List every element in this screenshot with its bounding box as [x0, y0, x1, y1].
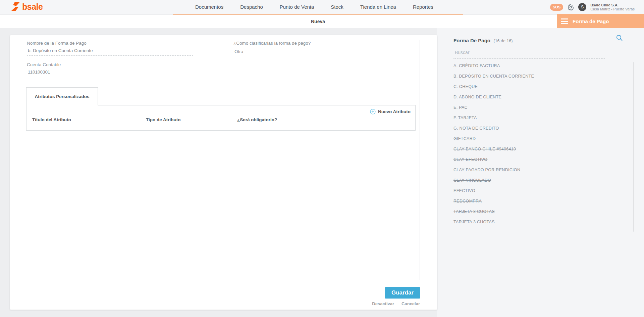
payment-method-item[interactable]: EFECTIVO — [453, 185, 628, 196]
column-header-tipo: Tipo de Atributo — [146, 117, 181, 122]
payment-method-item[interactable]: A. CRÉDITO FACTURA — [453, 60, 628, 71]
user-area: SOS S Bsale Chile S.A. Casa Matriz - Pue… — [550, 0, 635, 14]
payment-form-card: Nombre de la Forma de Pago ¿Como clasifi… — [10, 35, 437, 310]
payment-method-item[interactable]: GIFTCARD — [453, 133, 628, 144]
tab-nueva[interactable]: Nueva — [173, 15, 463, 28]
column-header-titulo: Título del Atributo — [32, 117, 71, 122]
top-nav: DocumentosDespachoPunto de VentaStockTie… — [195, 0, 433, 14]
payment-method-item[interactable]: REDCOMPRA — [453, 196, 628, 206]
tab-atributos-personalizados[interactable]: Atributos Personalizados — [26, 87, 98, 105]
sidebar-scrollbar[interactable] — [633, 62, 634, 232]
plus-icon — [370, 109, 376, 115]
top-nav-item-documentos[interactable]: Documentos — [195, 4, 223, 10]
company-branch: Casa Matriz - Puerto Varas — [590, 7, 635, 11]
payment-method-item[interactable]: E. PAC — [453, 102, 628, 112]
payment-method-item[interactable]: TARJETA 3 CUOTAS — [453, 206, 628, 217]
sidebar-title: Forma De Pago — [453, 38, 490, 43]
sos-button[interactable]: SOS — [550, 4, 563, 11]
name-label: Nombre de la Forma de Pago — [27, 41, 87, 46]
context-bar-title: Forma de Pago — [573, 18, 609, 24]
bsale-logo[interactable]: bsale — [11, 2, 43, 12]
top-nav-item-despacho[interactable]: Despacho — [240, 4, 263, 10]
sidebar-title-row: Forma De Pago (16 de 16) — [453, 38, 513, 44]
sidebar-count: (16 de 16) — [493, 39, 513, 43]
payment-method-item[interactable]: B. DEPÓSITO EN CUENTA CORRIENTE — [453, 71, 628, 81]
company-name: Bsale Chile S.A. — [590, 3, 635, 7]
payment-method-item[interactable]: D. ABONO DE CLIENTE — [453, 92, 628, 102]
card-divider — [420, 40, 420, 280]
top-nav-item-punto-de-venta[interactable]: Punto de Venta — [280, 4, 314, 10]
search-icon[interactable] — [616, 34, 623, 43]
new-attribute-button[interactable]: Nuevo Atributo — [370, 109, 411, 115]
payment-method-item[interactable]: C. CHEQUE — [453, 81, 628, 92]
deactivate-button[interactable]: Desactivar — [372, 301, 394, 306]
cancel-button[interactable]: Cancelar — [401, 301, 420, 306]
payment-method-item[interactable]: CLAY BANCO CHILE #9406410 — [453, 144, 628, 154]
menu-icon[interactable] — [561, 18, 568, 24]
classification-value[interactable]: Otra — [234, 49, 243, 54]
sub-bar: Nueva — [0, 15, 644, 28]
top-bar: bsale DocumentosDespachoPunto de VentaSt… — [0, 0, 644, 14]
save-button[interactable]: Guardar — [385, 287, 420, 299]
search-input[interactable] — [453, 48, 605, 59]
payment-name-input[interactable] — [27, 48, 193, 56]
context-bar: Forma de Pago — [557, 14, 644, 28]
account-label: Cuenta Contable — [27, 62, 61, 67]
account-input[interactable] — [27, 70, 193, 77]
payment-method-item[interactable]: CLAY VINCULADO — [453, 175, 628, 185]
attributes-table: Nuevo Atributo Título del Atributo Tipo … — [26, 105, 416, 131]
user-avatar[interactable]: S — [578, 3, 586, 11]
new-attribute-label: Nuevo Atributo — [378, 109, 411, 114]
top-nav-item-tienda-en-linea[interactable]: Tienda en Linea — [360, 4, 396, 10]
classification-label: ¿Como clasificarias la forma de pago? — [233, 41, 311, 46]
bsale-logo-icon — [11, 2, 20, 12]
bsale-logo-text: bsale — [22, 3, 43, 12]
payment-method-item[interactable]: F. TARJETA — [453, 112, 628, 123]
company-block: Bsale Chile S.A. Casa Matriz - Puerto Va… — [590, 3, 635, 11]
gear-icon[interactable] — [567, 4, 574, 11]
payment-method-item[interactable]: CLAY EFECTIVO — [453, 154, 628, 165]
top-nav-item-reportes[interactable]: Reportes — [413, 4, 433, 10]
payment-method-list: A. CRÉDITO FACTURAB. DEPÓSITO EN CUENTA … — [453, 60, 628, 227]
payment-method-sidebar: Forma De Pago (16 de 16) A. CRÉDITO FACT… — [453, 34, 633, 309]
payment-method-item[interactable]: CLAY PAGADO POR RENDICION — [453, 165, 628, 175]
payment-method-item[interactable]: TARJETA 3 CUOTAS — [453, 217, 628, 227]
column-header-obligatorio: ¿Será obligatorio? — [237, 117, 277, 122]
top-nav-item-stock[interactable]: Stock — [331, 4, 343, 10]
payment-method-item[interactable]: G. NOTA DE CREDITO — [453, 123, 628, 133]
